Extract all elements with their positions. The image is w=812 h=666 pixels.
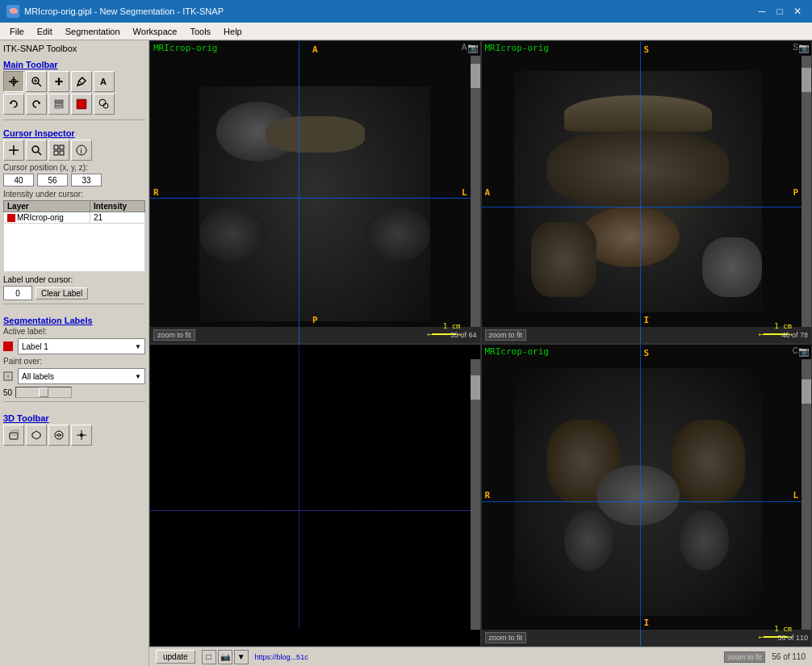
svg-rect-13 bbox=[55, 107, 63, 108]
active-label-row: Active label: bbox=[3, 327, 145, 336]
label-value-input[interactable] bbox=[3, 286, 32, 300]
status-bar: update □ 📷 ▼ https://blog...51c zoom to … bbox=[149, 647, 812, 666]
vp4-corner: C bbox=[793, 346, 798, 355]
menu-help[interactable]: Help bbox=[217, 25, 249, 38]
svg-rect-21 bbox=[54, 145, 58, 149]
status-icon-2[interactable]: 📷 bbox=[218, 650, 232, 664]
paint-over-text: Paint over: bbox=[3, 357, 42, 366]
vp1-label: MRIcrop-orig bbox=[153, 43, 217, 53]
vp2-zoom-fit-btn[interactable]: zoom to fit bbox=[485, 329, 527, 341]
tool-undo[interactable] bbox=[3, 94, 24, 115]
cursor-coords-row: 40 56 33 bbox=[3, 174, 145, 186]
inspect-crosshair[interactable] bbox=[3, 140, 24, 161]
opacity-label-text: 50 bbox=[3, 388, 12, 397]
minimize-button[interactable]: ─ bbox=[754, 3, 770, 19]
tool-zoom[interactable] bbox=[26, 71, 47, 92]
divider-2 bbox=[3, 304, 145, 304]
vp4-camera-icon[interactable]: 📷 bbox=[798, 346, 810, 357]
content-area: MRIcrop-orig A P R L A 📷 1 cm ⟵ bbox=[149, 40, 812, 666]
vp1-camera-icon[interactable]: 📷 bbox=[467, 43, 479, 53]
vp2-scrollbar[interactable] bbox=[802, 56, 811, 327]
url-display: https://blog...51c bbox=[255, 653, 718, 661]
vp3-bg bbox=[150, 345, 480, 647]
paint-over-dropdown[interactable]: All labels ▼ bbox=[18, 368, 145, 384]
vp1-detail3 bbox=[365, 207, 431, 261]
status-icons-group: □ 📷 ▼ bbox=[202, 650, 249, 664]
svg-rect-22 bbox=[60, 145, 64, 149]
opacity-row: 50 bbox=[3, 387, 145, 398]
paint-over-row: Paint over: bbox=[3, 357, 145, 366]
cursor-z-input[interactable]: 33 bbox=[71, 174, 102, 186]
intensity-section: Intensity under cursor: Layer Intensity … bbox=[3, 190, 145, 272]
tool-redo[interactable] bbox=[26, 94, 47, 115]
vp1-bottom-bar: zoom to fit 33 of 64 bbox=[150, 327, 480, 343]
update-button[interactable]: update bbox=[156, 650, 195, 664]
3d-tool-2[interactable] bbox=[26, 425, 47, 446]
cursor-y-input[interactable]: 56 bbox=[37, 174, 68, 186]
menu-edit[interactable]: Edit bbox=[31, 25, 59, 38]
vp3-scrollbar[interactable] bbox=[471, 359, 480, 630]
tool-color[interactable] bbox=[71, 94, 92, 115]
viewport-bottom-right[interactable]: MRIcrop-orig S I R L C 📷 1 cm ⟵ ⟶ bbox=[481, 344, 813, 647]
vp4-detail2 bbox=[680, 510, 729, 571]
svg-line-20 bbox=[38, 152, 41, 155]
svg-line-7 bbox=[79, 81, 82, 84]
menu-file[interactable]: File bbox=[3, 25, 31, 38]
svg-text:A: A bbox=[100, 77, 107, 86]
label-under-section: Label under cursor: Clear Label bbox=[3, 275, 145, 300]
cursor-pos-label: Cursor position (x, y, z): bbox=[3, 163, 145, 172]
main-toolbar-title: Main Toolbar bbox=[3, 60, 145, 69]
bottom-zoom-fit-btn[interactable]: zoom to fit bbox=[724, 651, 766, 663]
vp2-dir-top: S bbox=[643, 44, 649, 55]
viewport-top-left[interactable]: MRIcrop-orig A P R L A 📷 1 cm ⟵ bbox=[149, 40, 481, 344]
intensity-value-cell: 21 bbox=[90, 212, 144, 224]
dropdown-arrow-2-icon: ▼ bbox=[135, 373, 141, 380]
tool-pan[interactable] bbox=[48, 71, 69, 92]
tool-text[interactable]: A bbox=[94, 71, 115, 92]
clear-label-button[interactable]: Clear Label bbox=[36, 287, 88, 299]
label1-color bbox=[3, 341, 13, 351]
vp4-scrollbar[interactable] bbox=[802, 359, 811, 630]
menu-tools[interactable]: Tools bbox=[183, 25, 217, 38]
status-icon-3[interactable]: ▼ bbox=[234, 650, 249, 664]
divider-3 bbox=[3, 401, 145, 402]
svg-rect-24 bbox=[60, 151, 64, 155]
vp1-scrollbar[interactable] bbox=[471, 56, 480, 327]
vp3-scrollbar-thumb[interactable] bbox=[471, 375, 480, 400]
3d-tool-4[interactable] bbox=[71, 425, 92, 446]
inspect-zoom[interactable] bbox=[26, 140, 47, 161]
active-label-dropdown[interactable]: Label 1 ▼ bbox=[18, 338, 145, 354]
vp4-scrollbar-thumb[interactable] bbox=[802, 379, 811, 404]
menu-workspace[interactable]: Workspace bbox=[127, 25, 184, 38]
opacity-slider[interactable] bbox=[15, 387, 72, 398]
cursor-x-input[interactable]: 40 bbox=[3, 174, 34, 186]
menu-segmentation[interactable]: Segmentation bbox=[59, 25, 127, 38]
status-icon-1[interactable]: □ bbox=[202, 650, 216, 664]
vp1-zoom-fit-btn[interactable]: zoom to fit bbox=[153, 329, 195, 341]
close-button[interactable]: ✕ bbox=[789, 3, 806, 19]
tool-paint[interactable] bbox=[71, 71, 92, 92]
segmentation-labels-section: Segmentation Labels Active label: Label … bbox=[3, 312, 145, 398]
3d-tool-1[interactable] bbox=[3, 425, 24, 446]
3d-tools-row bbox=[3, 425, 145, 446]
vp1-dir-bottom: P bbox=[312, 315, 318, 325]
tool-brush[interactable] bbox=[94, 94, 115, 115]
intensity-table: Layer Intensity MRIcrop-orig 21 bbox=[3, 200, 145, 224]
vp2-camera-icon[interactable]: 📷 bbox=[798, 43, 810, 53]
toolbox-panel: ITK-SNAP Toolbox Main Toolbar bbox=[0, 40, 149, 666]
inspector-tools-row: i bbox=[3, 140, 145, 161]
tool-crosshair[interactable] bbox=[3, 71, 24, 92]
vp1-scrollbar-thumb[interactable] bbox=[471, 64, 480, 88]
viewport-top-right[interactable]: MRIcrop-orig S I A P S 📷 1 cm ⟵ ⟶ bbox=[481, 40, 813, 344]
layer-name-cell: MRIcrop-orig bbox=[4, 212, 90, 224]
inspect-grid[interactable] bbox=[48, 140, 69, 161]
all-labels-icon bbox=[3, 371, 13, 381]
maximize-button[interactable]: □ bbox=[772, 3, 788, 19]
vp4-zoom-fit-btn[interactable]: zoom to fit bbox=[485, 632, 527, 643]
layer-color-swatch bbox=[7, 214, 15, 222]
inspect-info[interactable]: i bbox=[71, 140, 92, 161]
tool-layers[interactable] bbox=[48, 94, 69, 115]
vp2-scrollbar-thumb[interactable] bbox=[802, 68, 811, 92]
viewport-bottom-left[interactable] bbox=[149, 344, 481, 647]
3d-tool-3[interactable] bbox=[48, 425, 69, 446]
